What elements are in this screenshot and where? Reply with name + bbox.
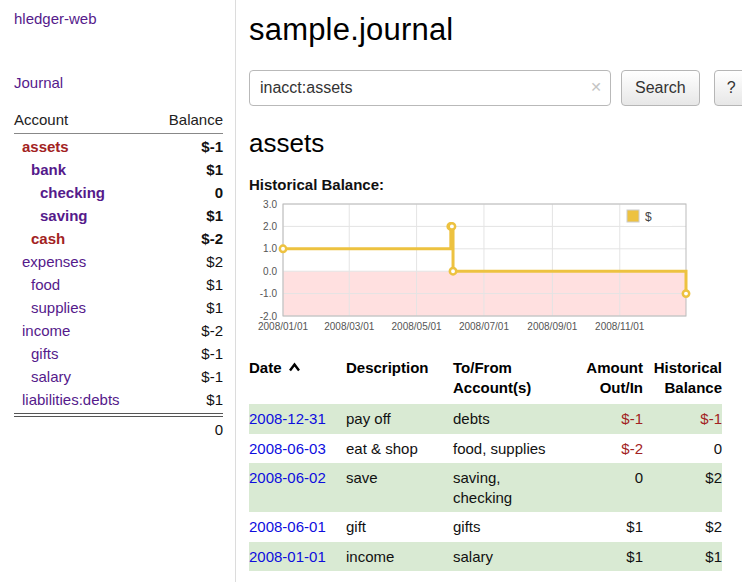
- account-row: cash$-2: [14, 227, 223, 250]
- account-link[interactable]: gifts: [14, 345, 59, 362]
- account-row: income$-2: [14, 319, 223, 342]
- date-header-label[interactable]: Date: [249, 359, 282, 376]
- page-title: sample.journal: [249, 12, 722, 48]
- account-row: saving$1: [14, 204, 223, 227]
- amount-cell: 0: [565, 463, 643, 512]
- account-heading: assets: [249, 128, 722, 159]
- table-row: 2008-06-02savesaving, checking0$2: [249, 463, 722, 512]
- balance-cell: $1: [643, 542, 722, 572]
- accounts-cell: gifts: [453, 512, 565, 542]
- search-input[interactable]: [249, 70, 611, 106]
- svg-text:2008/07/01: 2008/07/01: [459, 321, 509, 332]
- main-content: sample.journal ✕ Search ? assets Histori…: [237, 12, 742, 571]
- account-row: liabilities:debts$1: [14, 388, 223, 411]
- account-row: food$1: [14, 273, 223, 296]
- svg-text:2.0: 2.0: [263, 221, 277, 232]
- svg-text:3.0: 3.0: [263, 199, 277, 210]
- chart-title: Historical Balance:: [249, 176, 722, 193]
- date-link[interactable]: 2008-12-31: [249, 410, 326, 427]
- account-link[interactable]: food: [14, 276, 60, 293]
- account-link[interactable]: salary: [14, 368, 71, 385]
- balance-column-header: Balance: [169, 111, 223, 128]
- account-balance: $1: [206, 207, 223, 224]
- date-link[interactable]: 2008-06-01: [249, 518, 326, 535]
- date-link[interactable]: 2008-06-03: [249, 440, 326, 457]
- balance-cell: $-1: [643, 404, 722, 434]
- balance-cell: $2: [643, 463, 722, 512]
- account-balance: $-1: [201, 345, 223, 362]
- account-link[interactable]: checking: [14, 184, 105, 201]
- account-balance: $1: [206, 299, 223, 316]
- account-link[interactable]: supplies: [14, 299, 86, 316]
- description-cell: pay off: [346, 404, 453, 434]
- description-cell: gift: [346, 512, 453, 542]
- account-row: bank$1: [14, 158, 223, 181]
- amount-cell: $-1: [565, 404, 643, 434]
- account-balance: $1: [206, 276, 223, 293]
- historical-balance-chart: 3.02.01.00.0-1.0-2.02008/01/012008/03/01…: [249, 198, 701, 340]
- table-row: 2008-06-03eat & shopfood, supplies$-20: [249, 434, 722, 464]
- column-header-accounts: To/From Account(s): [453, 356, 565, 404]
- date-cell: 2008-06-03: [249, 434, 346, 464]
- account-balance: $-1: [201, 368, 223, 385]
- account-balance: $1: [206, 161, 223, 178]
- svg-text:2008/01/01: 2008/01/01: [258, 321, 308, 332]
- accounts-total: 0: [14, 416, 223, 442]
- accounts-cell: debts: [453, 404, 565, 434]
- table-row: 2008-12-31pay offdebts$-1$-1: [249, 404, 722, 434]
- app-title-link[interactable]: hledger-web: [14, 10, 97, 27]
- table-row: 2008-06-01giftgifts$1$2: [249, 512, 722, 542]
- svg-text:2008/09/01: 2008/09/01: [527, 321, 577, 332]
- journal-table-header-row: Date Description To/From Account(s) Amou…: [249, 356, 722, 404]
- accounts-cell: salary: [453, 542, 565, 572]
- column-header-date[interactable]: Date: [249, 356, 346, 404]
- date-cell: 2008-01-01: [249, 542, 346, 572]
- svg-text:2008/11/01: 2008/11/01: [595, 321, 645, 332]
- date-link[interactable]: 2008-06-02: [249, 469, 326, 486]
- svg-text:-2.0: -2.0: [260, 311, 278, 322]
- account-link[interactable]: expenses: [14, 253, 86, 270]
- amount-cell: $-2: [565, 434, 643, 464]
- amount-cell: $1: [565, 512, 643, 542]
- table-row: 2008-01-01incomesalary$1$1: [249, 542, 722, 572]
- journal-table: Date Description To/From Account(s) Amou…: [249, 356, 722, 571]
- clear-search-icon[interactable]: ✕: [590, 80, 602, 94]
- date-link[interactable]: 2008-01-01: [249, 548, 326, 565]
- svg-text:$: $: [645, 210, 652, 224]
- amount-cell: $1: [565, 542, 643, 572]
- journal-table-body: 2008-12-31pay offdebts$-1$-12008-06-03ea…: [249, 404, 722, 571]
- sidebar-item-journal[interactable]: Journal: [14, 74, 223, 91]
- account-balance: 0: [215, 184, 223, 201]
- accounts-column-header: Account: [14, 111, 68, 128]
- svg-text:-1.0: -1.0: [260, 288, 278, 299]
- account-balance: $-1: [201, 138, 223, 155]
- accounts-cell: food, supplies: [453, 434, 565, 464]
- date-cell: 2008-12-31: [249, 404, 346, 434]
- description-cell: income: [346, 542, 453, 572]
- svg-text:0.0: 0.0: [263, 266, 277, 277]
- date-cell: 2008-06-01: [249, 512, 346, 542]
- account-link[interactable]: saving: [14, 207, 88, 224]
- account-balance: $2: [206, 253, 223, 270]
- accounts-rows: assets$-1bank$1checking0saving$1cash$-2e…: [14, 134, 223, 414]
- column-header-amount: Amount Out/In: [565, 356, 643, 404]
- date-cell: 2008-06-02: [249, 463, 346, 512]
- svg-text:1.0: 1.0: [263, 243, 277, 254]
- help-button[interactable]: ?: [714, 70, 742, 106]
- account-link[interactable]: income: [14, 322, 70, 339]
- account-link[interactable]: cash: [14, 230, 65, 247]
- account-row: assets$-1: [14, 135, 223, 158]
- account-link[interactable]: liabilities:debts: [14, 391, 120, 408]
- balance-cell: 0: [643, 434, 722, 464]
- account-row: salary$-1: [14, 365, 223, 388]
- svg-text:2008/03/01: 2008/03/01: [324, 321, 374, 332]
- balance-cell: $2: [643, 512, 722, 542]
- account-link[interactable]: assets: [14, 138, 69, 155]
- accounts-table-header: Account Balance: [14, 109, 223, 134]
- description-cell: save: [346, 463, 453, 512]
- account-row: gifts$-1: [14, 342, 223, 365]
- account-row: checking0: [14, 181, 223, 204]
- account-link[interactable]: bank: [14, 161, 66, 178]
- search-button[interactable]: Search: [621, 70, 700, 106]
- sidebar: hledger-web Journal Account Balance asse…: [0, 0, 236, 582]
